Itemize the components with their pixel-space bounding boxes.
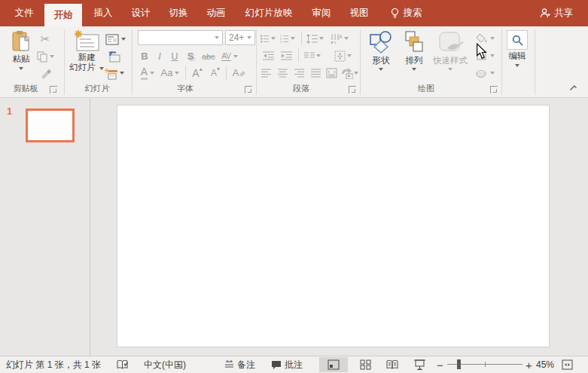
tell-me-search[interactable]: 搜索 [382,0,429,26]
strikethrough-button[interactable]: abc [200,49,217,63]
align-center-button[interactable] [276,66,289,80]
tab-file[interactable]: 文件 [9,0,39,26]
reset-slide-button[interactable] [105,49,123,64]
normal-view-button[interactable] [319,357,348,372]
tab-transitions[interactable]: 切换 [163,0,194,26]
line-spacing-button[interactable] [306,32,324,45]
panel-divider[interactable] [90,99,90,356]
columns-dropdown-arrow[interactable] [316,54,321,57]
drawing-dialog-launcher[interactable] [490,86,498,93]
font-dialog-launcher[interactable] [245,86,252,93]
align-right-button[interactable] [292,66,306,80]
character-spacing-button[interactable]: AV [219,49,240,63]
language-button[interactable]: 中文(中国) [144,356,186,373]
paste-dropdown-arrow[interactable] [19,67,23,70]
slide-layout-button[interactable] [104,32,126,47]
section-dropdown-arrow[interactable] [120,72,124,75]
char-spacing-dropdown-arrow[interactable] [233,55,238,58]
tab-animations[interactable]: 动画 [200,0,232,26]
spell-check-button[interactable] [117,356,129,373]
font-name-dropdown-arrow[interactable] [215,36,219,39]
arrange-icon [403,30,425,54]
bullets-dropdown-arrow[interactable] [271,37,276,40]
align-text-dropdown-arrow[interactable] [347,54,352,57]
new-slide-icon [73,30,100,51]
justify-button[interactable] [309,66,322,80]
numbering-button[interactable]: 123 [280,32,295,45]
bullets-button[interactable] [260,32,276,45]
arrange-button[interactable]: 排列 [399,30,429,71]
reading-view-button[interactable] [381,357,404,372]
slide-thumbnail[interactable] [26,109,75,142]
share-button[interactable]: 共享 [535,0,578,26]
align-text-button[interactable] [333,49,352,63]
italic-button[interactable]: I [154,49,166,63]
copy-dropdown-arrow[interactable] [50,55,54,58]
text-direction-dropdown-arrow[interactable] [344,37,349,40]
notes-button[interactable]: 备注 [224,356,255,373]
slide-canvas[interactable] [117,105,550,347]
quick-styles-dropdown-arrow[interactable] [448,68,452,71]
shape-outline-dropdown-arrow[interactable] [490,54,495,57]
font-size-dropdown-arrow[interactable] [247,36,251,39]
paste-button[interactable]: 粘贴 [6,30,36,70]
numbering-dropdown-arrow[interactable] [291,37,295,40]
format-painter-button[interactable] [36,66,54,81]
align-left-button[interactable] [259,66,273,80]
text-shadow-button[interactable]: S [184,49,197,63]
bold-button[interactable]: B [139,49,151,63]
section-button[interactable]: ✳ [102,66,125,81]
font-color-button[interactable]: A [139,66,157,80]
text-direction-button[interactable]: A [330,32,349,45]
layout-dropdown-arrow[interactable] [121,38,126,41]
slideshow-view-button[interactable] [408,357,431,372]
slide-sorter-view-button[interactable] [354,357,376,372]
zoom-level[interactable]: 45% [536,356,554,373]
clear-formatting-button[interactable]: A [230,66,248,80]
increase-font-size-button[interactable]: A ▴ [190,66,205,80]
tab-design[interactable]: 设计 [125,0,157,26]
change-case-button[interactable]: Aa [160,66,181,80]
tab-insert[interactable]: 插入 [87,0,119,26]
paragraph-dialog-launcher[interactable] [349,86,356,93]
font-name-combobox[interactable] [138,30,223,45]
columns-button[interactable] [303,49,322,63]
notes-icon [224,360,234,369]
tab-view[interactable]: 视图 [343,0,375,26]
convert-to-smartart-button[interactable] [340,66,358,80]
line-spacing-dropdown-arrow[interactable] [319,37,324,40]
zoom-out-button[interactable]: − [437,356,443,373]
shapes-dropdown-arrow[interactable] [379,68,383,71]
font-color-dropdown-arrow[interactable] [150,72,154,75]
smartart-dropdown-arrow[interactable] [354,72,358,75]
decrease-indent-button[interactable] [260,49,276,63]
clipboard-dialog-launcher[interactable] [50,86,57,93]
shape-fill-dropdown-arrow[interactable] [490,37,495,40]
tab-home[interactable]: 开始 [44,4,82,26]
new-slide-button[interactable]: 新建 幻灯片 [69,30,104,72]
zoom-in-button[interactable]: + [526,356,532,373]
shapes-button[interactable]: 形状 [366,30,396,71]
distribute-columns-button[interactable] [324,66,339,80]
shape-effects-button[interactable] [474,66,495,80]
underline-button[interactable]: U [169,49,181,63]
quick-styles-button[interactable]: 快速样式 [431,30,470,71]
shape-effects-icon [476,68,488,78]
collapse-ribbon-chevron[interactable] [570,85,577,93]
arrange-dropdown-arrow[interactable] [412,68,416,71]
decrease-font-size-button[interactable]: A ▾ [208,66,223,80]
change-case-dropdown-arrow[interactable] [175,72,179,75]
font-size-combobox[interactable]: 24+ [225,30,255,45]
increase-indent-button[interactable] [279,49,294,63]
tab-review[interactable]: 审阅 [306,0,337,26]
cut-button[interactable]: ✂ [36,32,54,47]
group-separator [64,29,65,95]
fit-to-window-button[interactable] [558,357,576,372]
copy-button[interactable] [36,49,54,64]
editing-dropdown-arrow[interactable] [515,64,519,67]
shape-effects-dropdown-arrow[interactable] [490,72,495,75]
zoom-slider-thumb[interactable] [457,359,461,369]
tab-slideshow[interactable]: 幻灯片放映 [238,0,300,26]
editing-button[interactable]: 编辑 [504,30,530,67]
comments-button[interactable]: 批注 [271,356,303,373]
